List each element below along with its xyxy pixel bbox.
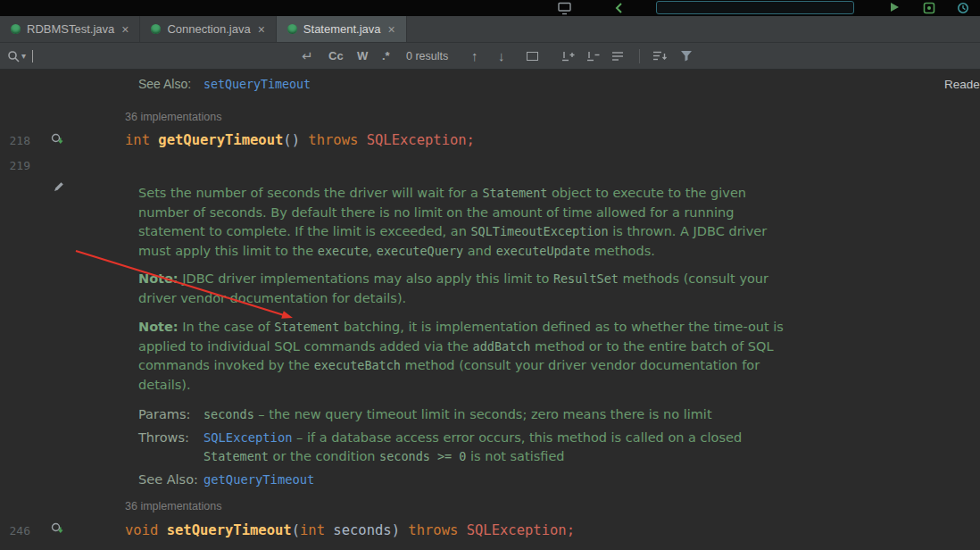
doc-see-also-top: See Also: setQueryTimeout [138,77,311,91]
implementations-hint[interactable]: 36 implementations [125,500,221,512]
close-icon[interactable]: × [388,23,395,36]
tab-connection[interactable]: Connection.java × [140,16,276,42]
search-input[interactable] [32,43,33,69]
remove-occurrence-icon[interactable] [586,43,600,69]
implemented-method-gutter-icon[interactable] [51,133,64,146]
close-icon[interactable]: × [258,23,265,36]
doc-section-label: Params: [138,405,203,425]
line-number: 219 [0,159,30,172]
doc-link[interactable]: setQueryTimeout [203,78,311,91]
display-icon[interactable] [558,2,571,15]
doc-section-label: Throws: [138,429,203,467]
java-class-icon [11,24,21,34]
doc-section-content: getQueryTimeout [203,471,796,490]
java-class-icon [151,24,161,34]
newline-icon[interactable]: ↵ [302,43,313,69]
tab-label: RDBMSTest.java [27,22,114,36]
play-icon [891,3,899,12]
run-configuration-field[interactable] [656,1,854,14]
next-occurrence-icon[interactable]: ↓ [498,43,505,69]
tab-label: Statement.java [303,22,381,36]
search-icon[interactable] [7,43,20,69]
previous-occurrence-icon[interactable]: ↑ [471,43,478,69]
run-button[interactable] [891,3,899,12]
text-caret [32,50,33,62]
reader-mode-label[interactable]: Reader [944,78,980,91]
doc-section-content: setQueryTimeout [203,77,311,91]
doc-throws-row: Throws: SQLException – if a database acc… [138,429,796,467]
doc-link[interactable]: SQLException [203,430,292,445]
regex-toggle[interactable]: .* [382,43,390,69]
find-in-selection-icon[interactable] [527,43,538,69]
doc-params-row: Params: seconds – the new query timeout … [138,405,796,425]
doc-paragraph: Sets the number of seconds the driver wi… [138,184,796,261]
add-occurrence-icon[interactable] [561,43,575,69]
code-line-218: int getQueryTimeout() throws SQLExceptio… [125,132,475,148]
filter-lines-icon[interactable] [652,43,668,69]
doc-paragraph: Note: JDBC driver implementations may al… [138,270,796,308]
java-class-icon [287,24,297,34]
match-case-toggle[interactable]: Cc [328,43,344,69]
tab-statement[interactable]: Statement.java × [277,16,407,42]
search-results-count: 0 results [406,43,448,69]
whole-words-toggle[interactable]: W [357,43,368,69]
toolbar-divider [639,49,640,63]
coverage-icon[interactable] [923,2,935,14]
select-all-occurrences-icon[interactable] [610,43,625,69]
filter-icon[interactable] [680,43,693,69]
rendered-javadoc: Sets the number of seconds the driver wi… [138,184,796,489]
editor-tabs: RDBMSTest.java × Connection.java × State… [0,16,980,43]
doc-section-label: See Also: [138,77,203,91]
main-toolbar [0,0,980,16]
line-number: 218 [0,134,30,147]
doc-section-label: See Also: [138,471,203,490]
doc-see-also-row: See Also: getQueryTimeout [138,471,796,490]
implemented-method-gutter-icon[interactable] [51,522,64,536]
find-toolbar: ▾ ↵ Cc W .* 0 results ↑ ↓ [0,43,980,70]
doc-section-content: seconds – the new query timeout limit in… [203,405,796,425]
line-number: 246 [0,524,30,538]
code-line-246: void setQueryTimeout(int seconds) throws… [125,522,575,538]
doc-paragraph: Note: In the case of Statement batching,… [138,318,796,395]
tab-rdbmstest[interactable]: RDBMSTest.java × [0,16,140,42]
doc-section-content: SQLException – if a database access erro… [203,429,796,467]
edit-doc-pencil-icon[interactable] [53,180,65,193]
implementations-hint[interactable]: 36 implementations [125,111,221,123]
close-icon[interactable]: × [121,23,129,36]
doc-link[interactable]: getQueryTimeout [203,472,314,487]
back-arrow-icon[interactable] [614,3,625,13]
tab-label: Connection.java [167,22,250,36]
chevron-down-icon[interactable]: ▾ [21,43,26,69]
editor-area[interactable]: 218 219 246 See Also: setQueryTimeout Re… [0,70,980,550]
profiler-icon[interactable] [957,2,969,14]
